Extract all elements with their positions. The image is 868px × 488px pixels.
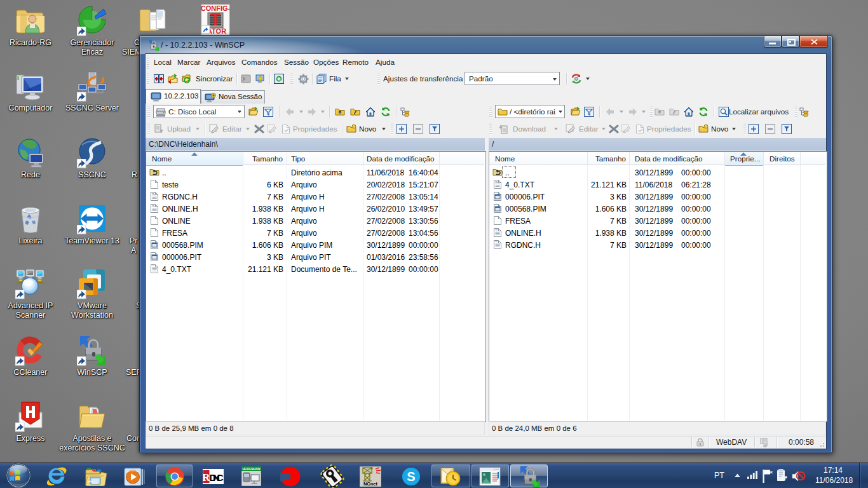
svg-text:CONFIG-: CONFIG- [201,4,231,12]
svg-text:x: x [623,129,625,133]
svg-text:HEIDENHAIN: HEIDENHAIN [242,468,260,471]
svg-text:x: x [269,129,271,133]
svg-text:NCnet: NCnet [363,481,378,487]
svg-text:DNC: DNC [210,472,224,483]
svg-text:S: S [407,470,415,484]
